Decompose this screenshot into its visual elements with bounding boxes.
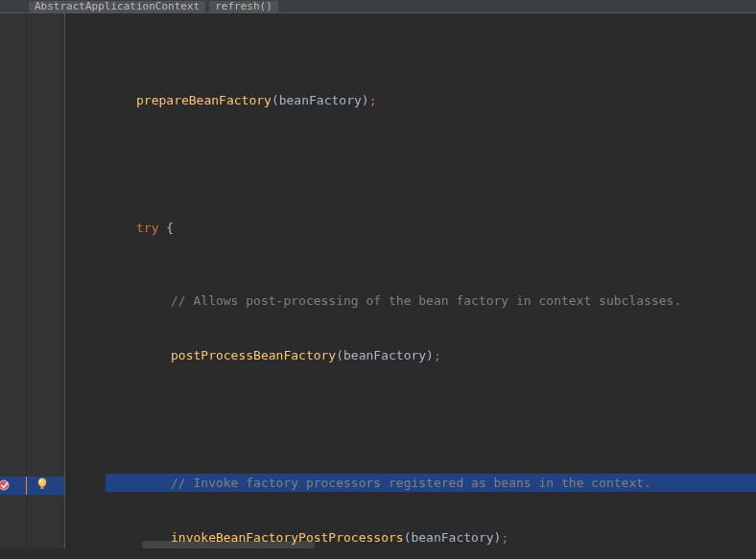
svg-point-3 xyxy=(39,479,42,482)
svg-rect-2 xyxy=(40,486,43,489)
svg-point-0 xyxy=(0,480,9,490)
execution-caret xyxy=(26,477,27,495)
editor[interactable]: prepareBeanFactory(beanFactory); try { /… xyxy=(0,13,756,548)
code-line[interactable]: invokeBeanFactoryPostProcessors(beanFact… xyxy=(106,528,756,547)
blank-line xyxy=(106,146,756,164)
code-line[interactable]: postProcessBeanFactory(beanFactory); xyxy=(106,346,756,364)
code-area[interactable]: prepareBeanFactory(beanFactory); try { /… xyxy=(106,13,756,548)
gutter-icons[interactable] xyxy=(27,13,65,548)
code-line[interactable]: // Invoke factory processors registered … xyxy=(106,474,756,492)
breakpoint-icon[interactable] xyxy=(0,477,15,493)
blank-line xyxy=(106,401,756,419)
svg-point-1 xyxy=(38,478,46,487)
breadcrumb-method[interactable]: refresh() xyxy=(209,1,278,12)
code-line[interactable]: // Allows post-processing of the bean fa… xyxy=(106,291,756,310)
breadcrumb[interactable]: AbstractApplicationContext refresh() xyxy=(0,0,756,13)
fold-column[interactable] xyxy=(65,13,106,548)
code-line[interactable]: try { xyxy=(106,219,756,237)
gutter-breakpoints[interactable] xyxy=(0,13,27,548)
code-line[interactable]: prepareBeanFactory(beanFactory); xyxy=(106,91,756,109)
breadcrumb-class[interactable]: AbstractApplicationContext xyxy=(29,1,205,12)
intention-bulb-icon[interactable] xyxy=(35,476,50,491)
